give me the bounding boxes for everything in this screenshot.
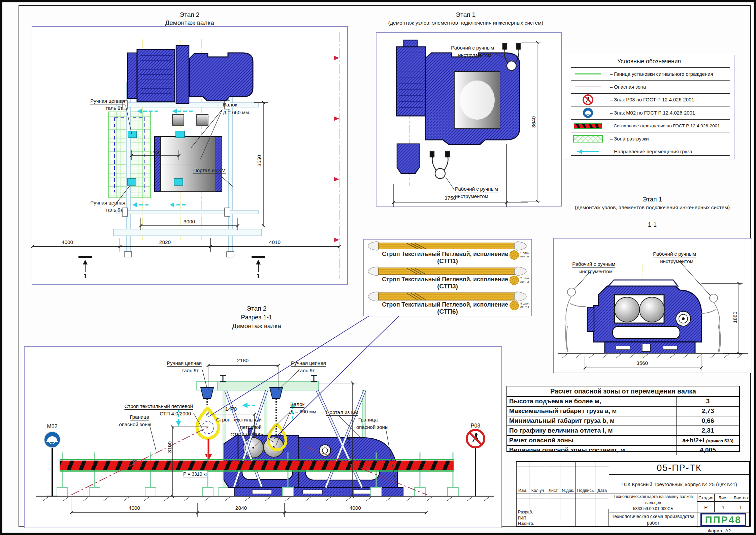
object-name: ГСК Красный Треугольник, корпус № 25 (це… xyxy=(609,475,749,494)
sign-p03-label: Р03 xyxy=(471,423,480,429)
danger-border-label: Граница xyxy=(358,417,378,423)
worker-label: инструментом xyxy=(660,258,693,264)
scheme-title: Технологическая схема производства xyxy=(609,513,697,520)
worker-label: инструментом xyxy=(455,193,488,199)
dimension-value: 4000 xyxy=(129,505,140,511)
sling-band-icon xyxy=(366,240,528,252)
sling-label: СТП 4,0/2000 xyxy=(230,432,262,437)
col-header: Подпись xyxy=(576,487,595,494)
calc-label: Рачет опасной зоны xyxy=(507,436,677,445)
legend-row: – Знак Р03 по ГОСТ Р 12.4.026-2001 xyxy=(571,94,730,106)
legend-text: – Ганица установки сигнального ограждени… xyxy=(605,71,713,77)
danger-zone-calc-table: Расчет опасной зоны от перемещения валка… xyxy=(506,386,740,452)
stage-header: Стадия xyxy=(697,494,715,502)
roll-diameter-label: Д = 660 мм. xyxy=(223,109,250,115)
section-number: 1 xyxy=(257,273,260,280)
stage2-plan-view xyxy=(32,27,348,285)
hoist-label: таль 9т. xyxy=(298,368,316,373)
sign-row: Н.контр. xyxy=(517,521,546,526)
sign-p03-icon xyxy=(582,94,594,105)
legend-row: – Сигнальное ограждение по ГОСТ Р 12.4.0… xyxy=(571,120,730,132)
table-row: Максимальный габарит груза a, м 2,73 xyxy=(507,407,739,416)
hoist-label: Ручная цепная xyxy=(90,200,125,206)
calc-value-note: (приказ 533) xyxy=(706,438,733,443)
sling-name: Строп Текстильный Петлевой, исполнение 1 xyxy=(364,251,531,258)
sling-row-stp3: Строп Текстильный Петлевой, исполнение 3… xyxy=(364,265,531,290)
dimension-value: 2180 xyxy=(237,357,249,364)
table-row: Рачет опасной зоны a+b/2+l (приказ 533) xyxy=(507,436,739,446)
sign-m02-label: М02 xyxy=(47,423,57,430)
load-weight-label: Р = 3310 кг xyxy=(183,471,207,477)
calc-value: a+b/2+l xyxy=(682,437,704,444)
unload-zone-icon xyxy=(573,135,603,143)
calc-label: Минимальный габарит груза b, м xyxy=(507,416,677,426)
sling-row-stp1: Строп Текстильный Петлевой, исполнение 1… xyxy=(364,240,531,265)
legend-title: Условные обозначения xyxy=(564,58,734,65)
calc-value: 3 xyxy=(677,397,739,406)
view-title: Демонтаж валка xyxy=(165,19,214,27)
stage2-section-view xyxy=(24,347,502,528)
col-header: Кол.уч xyxy=(529,487,546,494)
col-header: Дата xyxy=(595,487,609,494)
legend-row: – Знак М02 по ГОСТ Р 12.4.026-2001 xyxy=(571,106,730,119)
company-logo: ППР48 xyxy=(700,513,746,527)
sling-band-icon xyxy=(366,291,528,302)
roll-label: Валок xyxy=(290,401,304,408)
sign-row: Разраб. xyxy=(517,509,546,515)
sheets-value: 1 xyxy=(732,502,749,512)
view-title: Этап 2 xyxy=(247,305,267,312)
danger-border-label: опасной зоны xyxy=(119,421,151,427)
legend-panel: Условные обозначения – Ганица установки … xyxy=(564,55,734,159)
sheets-header: Листов xyxy=(732,494,749,502)
dimension-value: 3640 xyxy=(531,116,537,128)
scheme-title: работ xyxy=(609,520,697,526)
table-row: Минимальный габарит груза b, м 0,66 xyxy=(507,416,739,426)
sling-types-panel: Строп Текстильный Петлевой, исполнение 1… xyxy=(363,239,532,316)
title-block: Изм. Кол.уч Лист №док. Подпись Дата Разр… xyxy=(516,461,750,527)
danger-zone-line-icon xyxy=(575,87,601,87)
sling-note: ленты xyxy=(520,305,529,309)
portal-label: Портал из КМ xyxy=(193,167,226,174)
signal-fence-border-line-icon xyxy=(575,73,601,74)
sling-label: Строп текстильный xyxy=(216,417,262,423)
legend-row: – Опасная зона xyxy=(571,81,730,93)
stage-value: Р xyxy=(697,502,715,512)
legend-text: – Сигнальное ограждение по ГОСТ Р 12.4.0… xyxy=(605,123,720,128)
dimension-value: 2820 xyxy=(159,239,171,245)
sling-note: 2 слоя xyxy=(520,277,529,280)
sheet-value: 1 xyxy=(715,502,732,512)
dimension-value: 3540 xyxy=(346,435,352,446)
roll-label: Валок xyxy=(223,102,237,108)
sling-note: 4 слоя xyxy=(520,302,529,305)
worker-label: инструментом xyxy=(458,52,491,58)
worker-label: Рабочий с ручным xyxy=(572,261,615,268)
dimension-value: 3560 xyxy=(636,360,648,366)
document-code: 05-ПР-ТК xyxy=(609,462,749,475)
worker-label: Рабочий с ручным xyxy=(451,45,494,51)
dimension-value: 3550 xyxy=(256,155,262,166)
doc-title: Технологическая карта на замену валков в… xyxy=(609,494,697,506)
dimension-value: 4010 xyxy=(269,239,281,245)
hoist-label: Ручная цепная xyxy=(90,98,125,104)
table-row: Высота подъема не более м, 3 xyxy=(507,397,739,407)
stage1-section-view xyxy=(554,238,752,373)
calc-value: 2,31 xyxy=(677,426,739,435)
title-block-revision-grid: Изм. Кол.уч Лист №док. Подпись Дата Разр… xyxy=(517,462,609,526)
view-title: Этап 1 xyxy=(643,196,662,203)
sling-coil-icon xyxy=(510,301,519,310)
table-row: Величина опасной зоны составит, м 4,005 xyxy=(507,446,739,455)
calc-value: 2,73 xyxy=(677,407,739,416)
machine-side-view xyxy=(587,280,701,353)
sling-note: ленты xyxy=(520,255,529,258)
legend-text: – Направление перемещения груза xyxy=(605,149,692,154)
sling-label: петлевой xyxy=(240,424,262,430)
legend-row: – Ганица установки сигнального ограждени… xyxy=(571,68,730,81)
legend-row: – Направление перемещения груза xyxy=(571,145,730,158)
worker-label: инструментом xyxy=(579,269,613,274)
worker-label: Рабочий с ручным xyxy=(455,186,498,192)
sling-code: (СТП3) xyxy=(364,283,531,290)
legend-text: – Опасная зона xyxy=(605,84,646,90)
dimension-value: 3100 xyxy=(167,441,173,453)
calc-value: 0,66 xyxy=(677,416,739,426)
sheet-header: Лист xyxy=(715,494,732,502)
